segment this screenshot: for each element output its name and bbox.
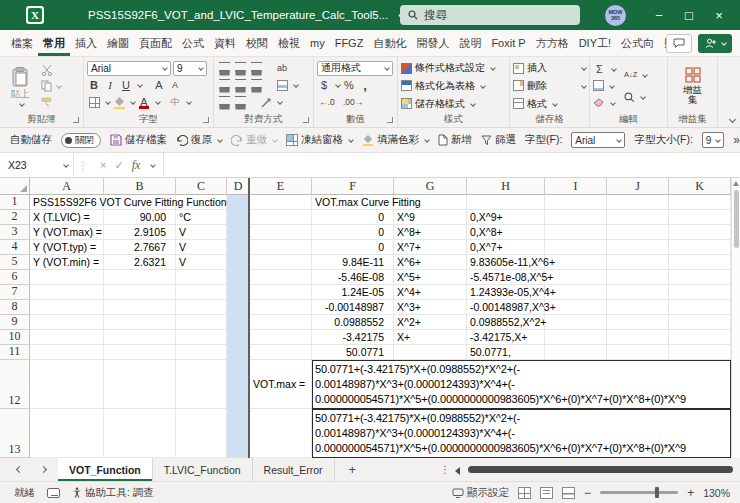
cell-E8[interactable] <box>250 300 312 315</box>
maximize-button[interactable]: □ <box>674 0 704 30</box>
col-header-H[interactable]: H <box>467 178 545 195</box>
cell-A8[interactable] <box>30 300 104 315</box>
cell-E4[interactable] <box>250 240 312 255</box>
autosave-toggle[interactable]: 關閉 <box>61 133 101 148</box>
font-size-select[interactable]: 9 <box>173 61 207 76</box>
decrease-decimal-button[interactable]: .00→ <box>343 95 363 110</box>
cell-F9[interactable]: 0.0988552 <box>312 315 394 330</box>
cell-C11[interactable] <box>176 345 227 360</box>
cell-G7[interactable]: X^4+ <box>394 285 467 300</box>
cell-A5[interactable]: Y (VOT.min) = <box>30 255 104 270</box>
bold-button[interactable]: B <box>87 78 101 93</box>
currency-format-button[interactable]: $ <box>317 78 331 93</box>
cell-A10[interactable] <box>30 330 104 345</box>
ribbon-tab-12[interactable]: 開發人 <box>411 30 454 56</box>
zoom-slider[interactable] <box>600 491 678 494</box>
ribbon-tab-8[interactable]: 檢視 <box>273 30 305 56</box>
cell-I1[interactable] <box>545 195 607 210</box>
col-header-I[interactable]: I <box>545 178 607 195</box>
increase-indent-button[interactable] <box>233 95 247 110</box>
cell-A1[interactable]: PSS15S92F6 VOT Curve Fitting Function <box>30 195 104 210</box>
row-header-6[interactable]: 6 <box>0 270 30 285</box>
cell-E13[interactable] <box>250 409 312 458</box>
col-header-C[interactable]: C <box>176 178 227 195</box>
row-header-1[interactable]: 1 <box>0 195 30 210</box>
cell-J2[interactable] <box>607 210 669 225</box>
conditional-formatting-button[interactable]: 條件式格式設定 <box>401 60 506 76</box>
cell-J9[interactable] <box>607 315 669 330</box>
cell-K9[interactable] <box>669 315 731 330</box>
cell-styles-button[interactable]: 儲存格樣式 <box>401 96 506 112</box>
cell-I9[interactable] <box>545 315 607 330</box>
cell-C13[interactable] <box>176 409 227 458</box>
col-header-B[interactable]: B <box>104 178 176 195</box>
cell-D5[interactable] <box>227 255 250 270</box>
cell-K11[interactable] <box>669 345 731 360</box>
share-button[interactable] <box>698 34 732 53</box>
cell-K4[interactable] <box>669 240 731 255</box>
cell-A4[interactable]: Y (VOT.typ) = <box>30 240 104 255</box>
ribbon-tab-17[interactable]: 公式向 <box>616 30 659 56</box>
minimize-button[interactable]: − <box>644 0 674 30</box>
cell-G4[interactable]: X^7+ <box>394 240 467 255</box>
cell-J8[interactable] <box>607 300 669 315</box>
filter-button[interactable]: 篩選 <box>481 133 516 147</box>
cell-J1[interactable] <box>607 195 669 210</box>
cell-D12[interactable] <box>227 360 250 409</box>
cell-B8[interactable] <box>104 300 176 315</box>
col-header-D[interactable]: D <box>227 178 250 195</box>
cell-D6[interactable] <box>227 270 250 285</box>
cut-button[interactable] <box>41 63 61 77</box>
align-left-button[interactable] <box>217 78 231 93</box>
ribbon-tab-7[interactable]: 校閱 <box>241 30 273 56</box>
clipboard-dialog-launcher-icon[interactable] <box>73 117 79 123</box>
cell-D10[interactable] <box>227 330 250 345</box>
sort-filter-button[interactable]: A↓Z <box>624 67 647 83</box>
clear-button[interactable] <box>593 95 616 111</box>
cell-C7[interactable] <box>176 285 227 300</box>
cell-E3[interactable] <box>250 225 312 240</box>
cell-A9[interactable] <box>30 315 104 330</box>
cell-E12[interactable]: VOT.max = <box>250 360 312 409</box>
comma-format-button[interactable]: , <box>358 78 372 93</box>
cell-F7[interactable]: 1.24E-05 <box>312 285 394 300</box>
col-header-K[interactable]: K <box>669 178 731 195</box>
formula-bar-drag-handle[interactable]: ⋮ <box>74 160 92 171</box>
ribbon-tab-0[interactable]: 檔案 <box>6 30 38 56</box>
next-sheet-icon[interactable] <box>40 466 47 473</box>
cancel-entry-icon[interactable]: × <box>100 159 106 171</box>
italic-button[interactable]: I <box>103 78 117 93</box>
row-header-8[interactable]: 8 <box>0 300 30 315</box>
row-header-10[interactable]: 10 <box>0 330 30 345</box>
cell-E9[interactable] <box>250 315 312 330</box>
cell-B10[interactable] <box>104 330 176 345</box>
cell-A6[interactable] <box>30 270 104 285</box>
font-color-button[interactable]: A <box>137 95 151 110</box>
cell-H2[interactable]: 0,X^9+ <box>467 210 545 225</box>
cell-E7[interactable] <box>250 285 312 300</box>
cell-H7[interactable]: 1.24393e-05,X^4+ <box>467 285 545 300</box>
formula-box-row-13[interactable]: 50.0771+(-3.42175)*X+(0.0988552)*X^2+(-0… <box>312 409 731 458</box>
cell-B5[interactable]: 2.6321 <box>104 255 176 270</box>
cell-E5[interactable] <box>250 255 312 270</box>
zoom-in-button[interactable]: + <box>687 486 694 500</box>
fill-button[interactable] <box>593 78 616 94</box>
select-all-corner[interactable] <box>0 178 30 195</box>
cell-G9[interactable]: X^2+ <box>394 315 467 330</box>
addins-button[interactable]: 增益集 <box>671 60 714 112</box>
cell-K6[interactable] <box>669 270 731 285</box>
cell-E11[interactable] <box>250 345 312 360</box>
cell-K5[interactable] <box>669 255 731 270</box>
accessibility-status[interactable]: 協助工具: 調查 <box>72 486 154 500</box>
delete-cells-button[interactable]: 刪除 <box>513 78 586 94</box>
cell-F1[interactable]: VOT.max Curve Fitting <box>312 195 394 210</box>
cell-K10[interactable] <box>669 330 731 345</box>
cell-K3[interactable] <box>669 225 731 240</box>
cell-F6[interactable]: -5.46E-08 <box>312 270 394 285</box>
insert-cells-button[interactable]: 插入 <box>513 60 586 76</box>
cell-G11[interactable] <box>394 345 467 360</box>
row-header-13[interactable]: 13 <box>0 409 30 458</box>
cell-G10[interactable]: X+ <box>394 330 467 345</box>
cell-H3[interactable]: 0,X^8+ <box>467 225 545 240</box>
align-middle-button[interactable] <box>233 61 247 76</box>
